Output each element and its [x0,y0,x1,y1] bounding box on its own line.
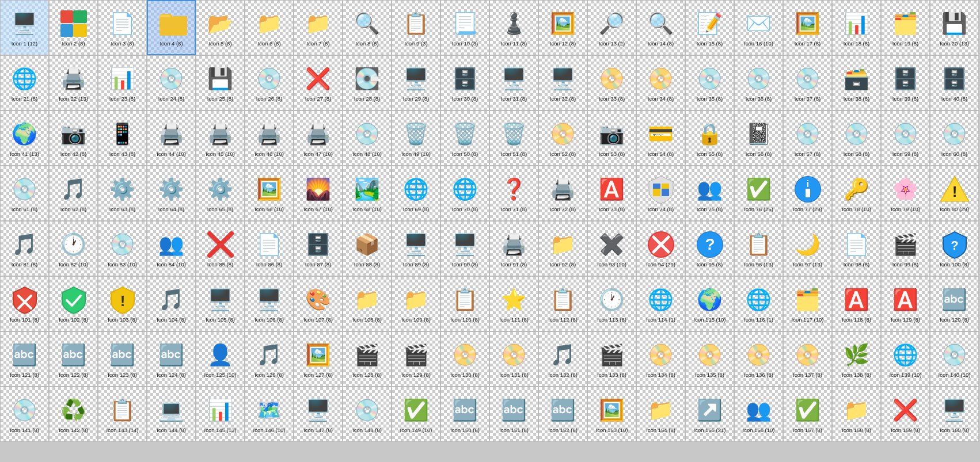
icon-cell-117[interactable]: 🗂️Icon 117 (10) [783,276,832,331]
icon-cell-148[interactable]: 💿Icon 148 (8) [343,387,392,442]
icon-cell-66[interactable]: 🖼️Icon 66 (10) [245,166,294,221]
icon-cell-115[interactable]: 🌍Icon 115 (10) [685,276,734,331]
icon-cell-59[interactable]: 💿Icon 59 (8) [881,110,930,166]
icon-cell-98[interactable]: 📄Icon 98 (8) [832,221,881,276]
icon-cell-5[interactable]: 📂Icon 5 (8) [196,0,245,55]
icon-cell-104[interactable]: 🎵Icon 104 (8) [147,276,196,331]
icon-cell-20[interactable]: 💾Icon 20 (13) [930,0,979,55]
icon-cell-154[interactable]: 📁Icon 154 (8) [636,387,685,442]
icon-cell-69[interactable]: 🌐Icon 69 (8) [392,166,440,221]
icon-cell-138[interactable]: 🌿Icon 138 (8) [832,331,881,387]
icon-cell-82[interactable]: 🕐Icon 82 (10) [49,221,98,276]
icon-cell-91[interactable]: 🖨️Icon 91 (8) [489,221,538,276]
icon-cell-143[interactable]: 📋Icon 143 (14) [98,387,147,442]
icon-cell-37[interactable]: 💿Icon 37 (8) [783,55,832,110]
icon-cell-111[interactable]: ⭐Icon 111 (8) [489,276,538,331]
icon-cell-95[interactable]: ?Icon 95 (8) [685,221,734,276]
icon-cell-79[interactable]: 🌸Icon 79 (10) [881,166,930,221]
icon-cell-156[interactable]: 👥Icon 156 (10) [734,387,783,442]
icon-cell-73[interactable]: 🅰️Icon 73 (8) [587,166,636,221]
icon-cell-101[interactable]: Icon 101 (8) [0,276,49,331]
icon-cell-11[interactable]: ♟️Icon 11 (8) [489,0,538,55]
icon-cell-153[interactable]: 🖼️Icon 153 (10) [587,387,636,442]
icon-cell-38[interactable]: 🗃️Icon 38 (8) [832,55,881,110]
icon-cell-88[interactable]: 📦Icon 88 (8) [343,221,392,276]
icon-cell-54[interactable]: 💳Icon 54 (8) [636,110,685,166]
icon-cell-132[interactable]: 🎵Icon 132 (8) [538,331,587,387]
icon-cell-125[interactable]: 👤Icon 125 (10) [196,331,245,387]
icon-cell-90[interactable]: 🖥️Icon 90 (8) [440,221,489,276]
icon-cell-77[interactable]: iIcon 77 (29) [783,166,832,221]
icon-cell-18[interactable]: 📊Icon 18 (8) [832,0,881,55]
icon-cell-14[interactable]: 🔍Icon 14 (8) [636,0,685,55]
icon-cell-102[interactable]: Icon 102 (8) [49,276,98,331]
icon-cell-150[interactable]: 🔤Icon 150 (8) [440,387,489,442]
icon-cell-129[interactable]: 🎬Icon 129 (8) [392,331,440,387]
icon-cell-67[interactable]: 🌄Icon 67 (10) [294,166,343,221]
icon-cell-35[interactable]: 💿Icon 35 (8) [685,55,734,110]
icon-cell-68[interactable]: 🏞️Icon 68 (10) [343,166,392,221]
icon-cell-9[interactable]: 📋Icon 9 (3) [392,0,440,55]
icon-cell-60[interactable]: 💿Icon 60 (8) [930,110,979,166]
icon-cell-120[interactable]: 🔤Icon 120 (8) [930,276,979,331]
icon-cell-87[interactable]: 🗄️Icon 87 (8) [294,221,343,276]
icon-cell-116[interactable]: 🌐Icon 116 (1) [734,276,783,331]
icon-cell-3[interactable]: 📄Icon 3 (8) [98,0,147,55]
icon-cell-23[interactable]: 📊Icon 23 (8) [98,55,147,110]
icon-cell-47[interactable]: 🖨️Icon 47 (10) [294,110,343,166]
icon-cell-13[interactable]: 🔎Icon 13 (2) [587,0,636,55]
icon-cell-44[interactable]: 🖨️Icon 44 (10) [147,110,196,166]
icon-cell-25[interactable]: 💾Icon 25 (8) [196,55,245,110]
icon-cell-58[interactable]: 💿Icon 58 (8) [832,110,881,166]
icon-cell-28[interactable]: 💽Icon 28 (8) [343,55,392,110]
icon-cell-78[interactable]: 🔑Icon 78 (10) [832,166,881,221]
icon-cell-151[interactable]: 🔤Icon 151 (8) [489,387,538,442]
icon-cell-159[interactable]: ❌Icon 159 (8) [881,387,930,442]
icon-cell-50[interactable]: 🗑️Icon 50 (8) [440,110,489,166]
icon-cell-40[interactable]: 🗄️Icon 40 (8) [930,55,979,110]
icon-cell-8[interactable]: 🔍Icon 8 (8) [343,0,392,55]
icon-cell-147[interactable]: 🖥️Icon 147 (8) [294,387,343,442]
icon-cell-100[interactable]: ?Icon 100 (8) [930,221,979,276]
icon-cell-94[interactable]: Icon 94 (29) [636,221,685,276]
icon-cell-93[interactable]: ✖️Icon 93 (10) [587,221,636,276]
icon-cell-45[interactable]: 🖨️Icon 45 (10) [196,110,245,166]
icon-cell-10[interactable]: 📃Icon 10 (3) [440,0,489,55]
icon-cell-64[interactable]: ⚙️Icon 64 (8) [147,166,196,221]
icon-cell-48[interactable]: 💿Icon 48 (10) [343,110,392,166]
icon-cell-21[interactable]: 🌐Icon 21 (8) [0,55,49,110]
icon-cell-110[interactable]: 📋Icon 110 (8) [440,276,489,331]
icon-cell-140[interactable]: 💿Icon 140 (10) [930,331,979,387]
icon-cell-106[interactable]: 🖥️Icon 106 (8) [245,276,294,331]
icon-cell-118[interactable]: 🅰️Icon 118 (8) [832,276,881,331]
icon-cell-19[interactable]: 🗂️Icon 19 (8) [881,0,930,55]
icon-cell-36[interactable]: 💿Icon 36 (8) [734,55,783,110]
icon-cell-86[interactable]: 📄Icon 86 (8) [245,221,294,276]
icon-cell-157[interactable]: ✅Icon 157 (8) [783,387,832,442]
icon-cell-141[interactable]: 💿Icon 141 (8) [0,387,49,442]
icon-cell-31[interactable]: 🖥️Icon 31 (8) [489,55,538,110]
icon-cell-4[interactable]: Icon 4 (8) [147,0,196,55]
icon-cell-85[interactable]: Icon 85 (8) [196,221,245,276]
icon-cell-76[interactable]: ✅Icon 76 (25) [734,166,783,221]
icon-cell-142[interactable]: ♻️Icon 142 (8) [49,387,98,442]
icon-cell-136[interactable]: 📀Icon 136 (8) [734,331,783,387]
icon-cell-53[interactable]: 📷Icon 53 (8) [587,110,636,166]
icon-cell-89[interactable]: 🖥️Icon 89 (8) [392,221,440,276]
icon-cell-32[interactable]: 🖥️Icon 32 (8) [538,55,587,110]
icon-cell-57[interactable]: 💿Icon 57 (8) [783,110,832,166]
icon-cell-17[interactable]: 🖼️Icon 17 (8) [783,0,832,55]
icon-cell-92[interactable]: 📁Icon 92 (8) [538,221,587,276]
icon-cell-16[interactable]: ✉️Icon 16 (10) [734,0,783,55]
icon-cell-119[interactable]: 🅰️Icon 119 (8) [881,276,930,331]
icon-cell-124[interactable]: 🔤Icon 124 (8) [147,331,196,387]
icon-cell-2[interactable]: Icon 2 (8) [49,0,98,55]
icon-cell-29[interactable]: 🖥️Icon 29 (8) [392,55,440,110]
icon-cell-139[interactable]: 🌐Icon 139 (10) [881,331,930,387]
icon-cell-12[interactable]: 🖼️Icon 12 (8) [538,0,587,55]
icon-cell-97[interactable]: 🌙Icon 97 (13) [783,221,832,276]
icon-cell-123[interactable]: 🔤Icon 123 (8) [98,331,147,387]
icon-cell-49[interactable]: 🗑️Icon 49 (10) [392,110,440,166]
icon-cell-160[interactable]: 🖥️Icon 160 (8) [930,387,979,442]
icon-cell-43[interactable]: 📱Icon 43 (8) [98,110,147,166]
